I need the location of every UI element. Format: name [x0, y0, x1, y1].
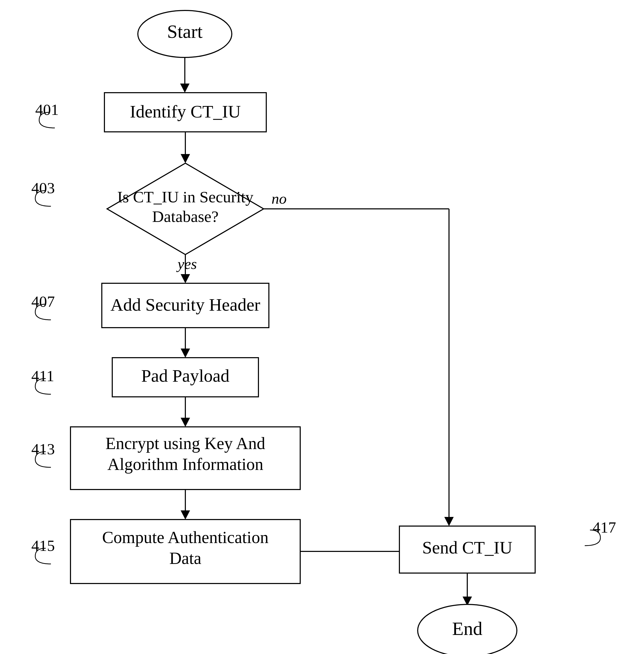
ref-413: 413 [31, 441, 55, 458]
decision-label-line2: Database? [152, 207, 219, 225]
ref-417: 417 [593, 519, 616, 536]
yes-label: yes [176, 255, 197, 272]
compute-auth-label-line2: Data [169, 549, 202, 568]
start-label: Start [167, 21, 203, 42]
decision-label-line1: Is CT_IU in Security [117, 188, 253, 206]
ref-407: 407 [31, 293, 55, 310]
diagram-container: Start 401 Identify CT_IU 403 Is CT_IU in… [0, 0, 644, 654]
compute-auth-label-line1: Compute Authentication [102, 528, 268, 547]
ref-415: 415 [31, 537, 55, 554]
pad-payload-label: Pad Payload [141, 366, 229, 386]
encrypt-label-line2: Algorithm Information [107, 455, 263, 474]
ref-401: 401 [35, 101, 59, 118]
add-security-header-label: Add Security Header [110, 295, 260, 315]
send-ct-iu-label: Send CT_IU [422, 538, 512, 557]
ref-411: 411 [31, 367, 54, 385]
ref-403: 403 [31, 179, 55, 197]
no-label: no [272, 190, 286, 207]
end-label: End [452, 618, 482, 639]
identify-ct-iu-label: Identify CT_IU [130, 102, 241, 121]
encrypt-label-line1: Encrypt using Key And [106, 434, 265, 453]
